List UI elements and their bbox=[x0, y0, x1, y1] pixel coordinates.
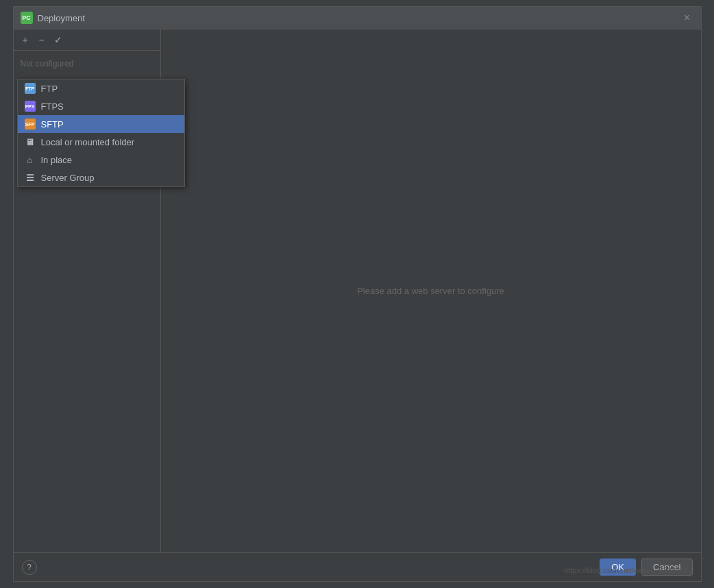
dropdown-item-local[interactable]: 🖥 Local or mounted folder bbox=[18, 133, 184, 151]
right-panel: Please add a web server to configure bbox=[161, 29, 701, 552]
app-icon: PC bbox=[21, 12, 33, 24]
dropdown-item-ftps[interactable]: FPS FTPS bbox=[18, 97, 184, 115]
ftps-label: FTPS bbox=[41, 101, 64, 112]
dropdown-item-ftp[interactable]: FTP FTP bbox=[18, 79, 184, 97]
footer-url: https://blog.csdn.net/weixin_43082343 bbox=[564, 566, 692, 574]
footer: ? OK Cancel https://blog.csdn.net/weixin… bbox=[14, 552, 701, 581]
ftp-icon: FTP bbox=[25, 83, 36, 94]
folder-icon: 🖥 bbox=[25, 136, 36, 147]
sftp-label: SFTP bbox=[41, 119, 64, 130]
sftp-icon: SFP bbox=[25, 119, 36, 130]
dialog-title: Deployment bbox=[38, 13, 85, 23]
footer-left: ? bbox=[22, 560, 37, 575]
deployment-dialog: PC Deployment × + − ✓ Not configured FTP… bbox=[13, 6, 702, 582]
group-label: Server Group bbox=[41, 173, 95, 183]
main-placeholder: Please add a web server to configure bbox=[357, 286, 504, 296]
local-label: Local or mounted folder bbox=[41, 137, 135, 147]
ftp-label: FTP bbox=[41, 84, 58, 94]
dropdown-menu: FTP FTP FPS FTPS SFP SFTP 🖥 Local or mou… bbox=[17, 79, 185, 187]
remove-button[interactable]: − bbox=[34, 32, 49, 47]
ftps-icon: FPS bbox=[25, 101, 36, 112]
group-icon: ☰ bbox=[25, 172, 36, 183]
left-panel-toolbar: + − ✓ bbox=[14, 29, 160, 51]
dropdown-item-inplace[interactable]: ⌂ In place bbox=[18, 151, 184, 169]
help-button[interactable]: ? bbox=[22, 560, 37, 575]
inplace-icon: ⌂ bbox=[25, 154, 36, 165]
not-configured-label: Not configured bbox=[14, 53, 160, 74]
inplace-label: In place bbox=[41, 155, 73, 165]
add-button[interactable]: + bbox=[18, 32, 33, 47]
title-bar-left: PC Deployment bbox=[21, 12, 85, 24]
close-button[interactable]: × bbox=[680, 11, 694, 25]
dropdown-item-sftp[interactable]: SFP SFTP bbox=[18, 115, 184, 133]
dropdown-item-group[interactable]: ☰ Server Group bbox=[18, 169, 184, 186]
confirm-button[interactable]: ✓ bbox=[51, 32, 66, 47]
title-bar: PC Deployment × bbox=[14, 7, 701, 29]
